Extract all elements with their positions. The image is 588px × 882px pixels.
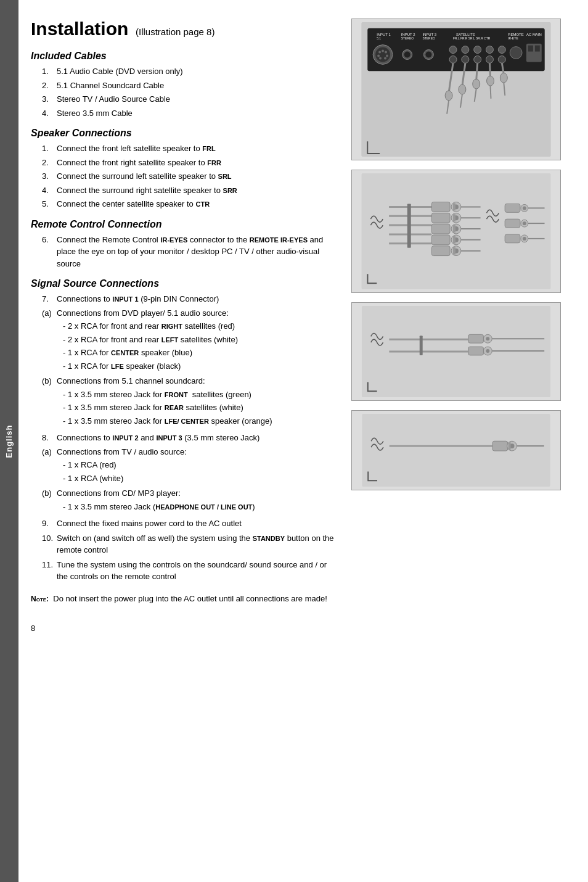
svg-rect-38 [528, 46, 533, 52]
svg-rect-82 [431, 246, 450, 256]
svg-rect-67 [431, 213, 450, 223]
svg-text:IR-EYE: IR-EYE [508, 37, 518, 40]
svg-line-49 [490, 63, 491, 77]
section-remote-title: Remote Control Connection [31, 219, 339, 230]
svg-point-28 [474, 46, 481, 54]
included-cables-list: 1. 5.1 Audio Cable (DVD version only) 2.… [31, 65, 339, 119]
svg-rect-117 [508, 442, 511, 450]
svg-point-18 [377, 54, 380, 57]
svg-point-26 [449, 46, 457, 54]
svg-rect-66 [453, 203, 455, 210]
right-column: INPUT 1 5.1 INPUT 2 STEREO INPUT 3 STERE… [351, 19, 561, 863]
svg-rect-71 [453, 214, 455, 221]
svg-rect-72 [431, 224, 450, 234]
svg-rect-77 [431, 235, 450, 245]
note-text: Do not insert the power plug into the AC… [51, 594, 327, 603]
svg-text:STEREO: STEREO [401, 37, 414, 40]
svg-point-35 [498, 56, 505, 63]
note-section: Note: Do not insert the power plug into … [31, 593, 339, 606]
list-item: (a) Connections from DVD player/ 5.1 aud… [42, 307, 339, 374]
svg-point-89 [523, 206, 526, 210]
list-item: 11. Tune the system using the controls o… [42, 559, 339, 583]
section-speaker-connections-title: Speaker Connections [31, 128, 339, 139]
svg-rect-113 [492, 441, 508, 451]
note-label: Note: [31, 595, 49, 603]
sidebar: English [0, 0, 18, 882]
svg-rect-87 [505, 204, 520, 212]
page-title: Installation [31, 19, 128, 39]
page-subtitle: (Illustration page 8) [136, 27, 214, 37]
svg-rect-61 [407, 204, 411, 247]
list-item: 5. Connect the center satellite speaker … [42, 198, 339, 210]
svg-text:AC MAIN: AC MAIN [526, 33, 542, 36]
svg-point-93 [523, 221, 526, 225]
page-container: English Installation (Illustration page … [0, 0, 588, 882]
svg-point-34 [486, 56, 494, 63]
list-item: (b) Connections from CD/ MP3 player: 1 x… [42, 487, 339, 514]
list-item: 7. Connections to INPUT 1 (9-pin DIN Con… [42, 293, 339, 305]
svg-rect-102 [420, 336, 423, 355]
diagram-top-svg: INPUT 1 5.1 INPUT 2 STEREO INPUT 3 STERE… [352, 19, 560, 160]
svg-point-109 [486, 349, 489, 353]
svg-point-44 [459, 84, 466, 94]
svg-point-29 [486, 46, 494, 54]
svg-rect-103 [468, 334, 484, 343]
diagram-mid1 [351, 170, 561, 293]
list-item: 2. Connect the front right satellite spe… [42, 157, 339, 169]
main-content: Installation (Illustration page 8) Inclu… [18, 0, 588, 882]
svg-point-25 [425, 52, 431, 58]
list-item: 1. 5.1 Audio Cable (DVD version only) [42, 65, 339, 78]
svg-text:INPUT 1: INPUT 1 [377, 33, 391, 36]
section-signal-title: Signal Source Connections [31, 278, 339, 289]
svg-point-20 [379, 57, 382, 59]
svg-point-50 [487, 76, 494, 86]
list-item: 4. Stereo 3.5 mm Cable [42, 107, 339, 120]
svg-point-15 [378, 51, 381, 54]
svg-point-21 [384, 57, 386, 59]
list-item: 2. 5.1 Channel Soundcard Cable [42, 80, 339, 92]
svg-point-17 [382, 50, 384, 52]
svg-point-97 [523, 237, 526, 241]
diagram-bot-svg [352, 411, 560, 490]
remote-control-list: 6. Connect the Remote Control IR-EYES co… [31, 234, 339, 270]
svg-rect-62 [431, 202, 450, 212]
list-item: 8. Connections to INPUT 2 and INPUT 3 (3… [42, 432, 339, 444]
svg-rect-86 [453, 247, 455, 255]
svg-rect-107 [468, 347, 484, 355]
signal-source-list: 7. Connections to INPUT 1 (9-pin DIN Con… [31, 293, 339, 583]
svg-text:REMOTE: REMOTE [508, 33, 523, 36]
left-column: Installation (Illustration page 8) Inclu… [31, 19, 351, 863]
diagram-mid1-svg [352, 170, 560, 292]
svg-text:SATELLITE: SATELLITE [456, 33, 475, 36]
svg-point-33 [474, 56, 481, 63]
svg-line-46 [476, 63, 478, 80]
page-title-area: Installation (Illustration page 8) [31, 19, 339, 39]
diagram-mid2 [351, 302, 561, 401]
list-item: 3. Stereo TV / Audio Source Cable [42, 93, 339, 105]
svg-rect-39 [535, 46, 540, 52]
svg-text:INPUT 2: INPUT 2 [401, 33, 415, 36]
svg-rect-81 [453, 236, 455, 244]
list-item: (b) Connections from 5.1 channel soundca… [42, 375, 339, 428]
diagram-top: INPUT 1 5.1 INPUT 2 STEREO INPUT 3 STERE… [351, 19, 561, 160]
svg-point-36 [510, 47, 522, 59]
svg-line-51 [491, 86, 491, 99]
svg-rect-111 [362, 414, 550, 487]
svg-point-23 [404, 52, 410, 58]
speaker-connections-list: 1. Connect the front left satellite spea… [31, 142, 339, 210]
sidebar-label: English [5, 424, 14, 458]
svg-rect-76 [453, 225, 455, 233]
svg-point-19 [386, 54, 388, 57]
svg-text:FR.L  FR.R  SR.L  SR.R  CTR: FR.L FR.R SR.L SR.R CTR [453, 37, 491, 40]
svg-text:5.1: 5.1 [377, 37, 381, 40]
svg-point-105 [486, 337, 489, 340]
list-item: 10. Switch on (and switch off as well) t… [42, 532, 339, 556]
svg-point-30 [498, 46, 505, 54]
svg-point-14 [375, 47, 390, 62]
list-item: 1. Connect the front left satellite spea… [42, 142, 339, 155]
svg-rect-91 [505, 219, 520, 228]
list-item: 9. Connect the fixed mains power cord to… [42, 517, 339, 530]
svg-rect-95 [505, 234, 520, 243]
section-included-cables-title: Included Cables [31, 51, 339, 62]
list-item: (a) Connections from TV / audio source: … [42, 446, 339, 486]
